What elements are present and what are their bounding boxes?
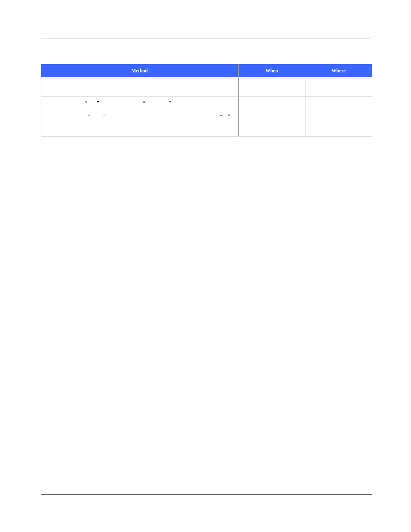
cell-method: Apply Johnson-Cook “failure” criteria ac… xyxy=(41,110,238,137)
open-quote-icon: “ xyxy=(143,100,145,106)
cell-when: Phase 2 (Wk 18) xyxy=(238,97,305,110)
cell-when: Phase 3 (Wk 30–41) xyxy=(238,110,305,137)
col-header-method: Method xyxy=(41,65,238,77)
table-row: Apply Johnson-Cook “failure” criteria ac… xyxy=(41,110,372,137)
cell-where: Sec. 3.6; App. D xyxy=(305,110,372,137)
requirements-table: Method When Where Derive peak power from… xyxy=(41,64,372,137)
header-left: Volume II: Technical xyxy=(41,31,82,36)
col-header-when: When xyxy=(238,65,305,77)
cell-method: Correlate measured “burst” transients ag… xyxy=(41,97,238,110)
footer-disclaimer: Use or disclosure of data contained on t… xyxy=(41,497,209,502)
open-quote-icon: “ xyxy=(220,114,222,119)
page: Volume II: Technical Section L.3.1: Ligh… xyxy=(0,0,411,532)
open-quote-icon: “ xyxy=(85,100,87,106)
cell-when: Phase 2 (Wk 14–22) xyxy=(238,77,305,97)
cell-method: Derive peak power from peak torque using… xyxy=(41,77,238,97)
footer-page-number: II-17 xyxy=(363,497,372,502)
page-footer: Use or disclosure of data contained on t… xyxy=(41,494,372,502)
table-container: Method When Where Derive peak power from… xyxy=(41,64,372,137)
cell-text: Derive peak power from peak torque using… xyxy=(45,81,226,93)
close-quote-icon: ” xyxy=(97,100,99,106)
header-right: Section L.3.1: Light Helicopters II xyxy=(307,31,372,36)
header-rule xyxy=(41,38,372,38)
cell-where: Sec. 3.4.1; App. B-2 xyxy=(305,77,372,97)
col-header-where: Where xyxy=(305,65,372,77)
open-quote-icon: “ xyxy=(88,114,90,119)
table-header-row: Method When Where xyxy=(41,65,372,77)
close-quote-icon: ” xyxy=(103,114,106,119)
close-quote-icon: ” xyxy=(168,100,171,106)
table-row: Correlate measured “burst” transients ag… xyxy=(41,97,372,110)
cell-where: Sec. 3.4.3 xyxy=(305,97,372,110)
close-quote-icon: ” xyxy=(227,114,230,119)
page-header: Volume II: Technical Section L.3.1: Ligh… xyxy=(41,26,372,36)
table-row: Derive peak power from peak torque using… xyxy=(41,77,372,97)
